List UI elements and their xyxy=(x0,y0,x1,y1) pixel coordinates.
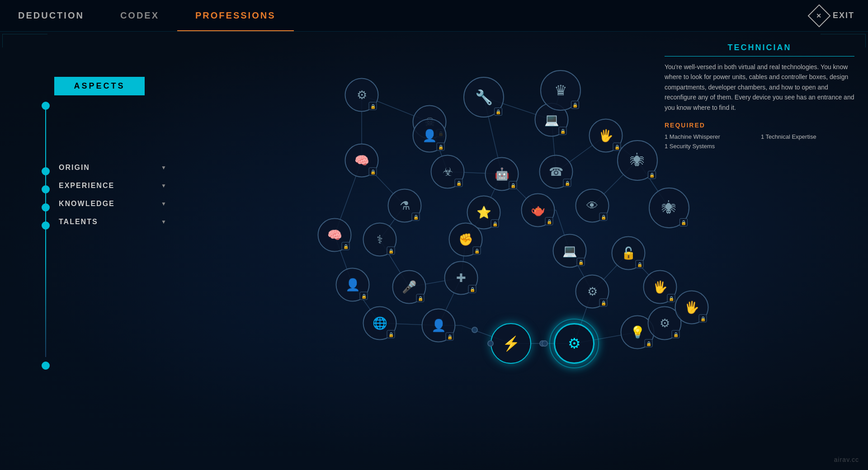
sidebar-item-origin[interactable]: ORIGIN ▼ xyxy=(59,164,167,172)
sidebar-item-knowledge[interactable]: KNOWLEDGE ▼ xyxy=(59,200,167,208)
skill-icon: 👁 xyxy=(586,199,598,213)
sidebar: ASPECTS ORIGIN ▼ EXPERIENCE ▼ KNOWLEDGE … xyxy=(0,32,181,470)
skill-node-n30[interactable]: ⚡ xyxy=(491,323,531,364)
top-navigation: DEDUCTION CODEX PROFESSIONS EXIT xyxy=(0,0,868,32)
skill-node-n21[interactable]: 💻 🔒 xyxy=(553,234,587,268)
skill-icon: 🕷 xyxy=(630,152,645,169)
lock-icon: 🔒 xyxy=(494,108,502,116)
chevron-down-icon: ▼ xyxy=(161,164,167,171)
skill-icon: 👤 xyxy=(431,319,446,333)
skill-node-n1[interactable]: ⚙ 🔒 xyxy=(345,78,379,112)
node-circle: 🧠 🔒 xyxy=(345,144,379,178)
skill-node-n16[interactable]: 👁 🔒 xyxy=(576,189,609,223)
nav-professions[interactable]: PROFESSIONS xyxy=(177,0,293,31)
skill-icon: 🧠 xyxy=(354,154,369,168)
chevron-down-icon: ▼ xyxy=(161,219,167,225)
skill-node-n29[interactable]: 👤 🔒 xyxy=(422,309,456,343)
skill-icon: 🕷 xyxy=(662,200,676,216)
node-circle: 🫖 🔒 xyxy=(521,193,555,227)
node-circle: 🔧 🔒 xyxy=(463,77,504,118)
sidebar-dot-3 xyxy=(42,203,50,212)
skill-node-n34[interactable]: 🖐 🔒 xyxy=(675,291,709,324)
lock-icon: 🔒 xyxy=(509,181,517,189)
skill-node-n18[interactable]: 🧠 🔒 xyxy=(318,218,352,252)
skill-node-n28[interactable]: 🌐 🔒 xyxy=(363,306,397,340)
lock-icon: 🔒 xyxy=(636,260,644,268)
skill-icon: ☎ xyxy=(549,165,563,179)
skill-node-n20[interactable]: ✊ 🔒 xyxy=(449,223,483,257)
node-circle: 🖐 🔒 xyxy=(675,291,709,324)
lock-icon: 🔒 xyxy=(599,213,608,221)
skill-icon: ⚙ xyxy=(357,88,367,102)
node-circle: ⚡ xyxy=(491,323,531,364)
exit-button[interactable]: EXIT xyxy=(811,8,854,24)
sidebar-dot-4 xyxy=(42,221,50,230)
skill-node-n27[interactable]: 🖐 🔒 xyxy=(643,270,677,304)
skill-node-n19[interactable]: ⚕ 🔒 xyxy=(363,223,397,257)
connection-dot-2 xyxy=(487,340,494,347)
lock-icon: 🔒 xyxy=(559,127,567,135)
required-label: REQUIRED xyxy=(665,122,854,129)
connection-dot-3 xyxy=(472,327,478,333)
sidebar-progress-line xyxy=(45,104,46,357)
sidebar-item-experience[interactable]: EXPERIENCE ▼ xyxy=(59,182,167,190)
lock-icon: 🔒 xyxy=(473,247,481,255)
node-circle: 🖐 🔒 xyxy=(643,270,677,304)
lock-icon: 🔒 xyxy=(679,218,688,226)
skill-node-n10[interactable]: 🤖 🔒 xyxy=(485,157,519,191)
node-circle: 👤 🔒 xyxy=(413,119,447,153)
skill-icon: 🖐 xyxy=(599,129,613,143)
node-circle: ⚙ xyxy=(554,323,594,364)
nav-deduction[interactable]: DEDUCTION xyxy=(0,0,102,31)
skill-node-n31[interactable]: ⚙ xyxy=(554,323,594,364)
sidebar-dot-5 xyxy=(42,362,50,370)
lock-icon: 🔒 xyxy=(571,101,579,109)
skill-node-n12[interactable]: 🕷 🔒 xyxy=(617,140,658,181)
node-circle: 🕷 🔒 xyxy=(617,140,658,181)
sidebar-dot-2 xyxy=(42,185,50,193)
node-circle: ☣ 🔒 xyxy=(431,155,465,189)
node-circle: 🎤 🔒 xyxy=(392,270,426,304)
skill-node-n15[interactable]: 🫖 🔒 xyxy=(521,193,555,227)
skill-icon: 👤 xyxy=(422,129,437,143)
skill-node-n9[interactable]: ☣ 🔒 xyxy=(431,155,465,189)
profession-description: You're well-versed in both virtual and r… xyxy=(665,62,854,113)
skill-icon: 💡 xyxy=(630,325,645,339)
lock-icon: 🔒 xyxy=(648,171,656,179)
lock-icon: 🔒 xyxy=(491,220,499,228)
sidebar-item-talents[interactable]: TALENTS ▼ xyxy=(59,218,167,226)
requirement-4 xyxy=(761,143,854,150)
skill-node-n23[interactable]: ✚ 🔒 xyxy=(444,261,478,295)
lock-icon: 🔒 xyxy=(667,294,675,302)
skill-icon: 🧠 xyxy=(327,228,342,242)
lock-icon: 🔒 xyxy=(437,143,445,151)
nav-codex[interactable]: CODEX xyxy=(102,0,177,31)
skill-node-n17[interactable]: 🕷 🔒 xyxy=(649,188,689,228)
lock-icon: 🔒 xyxy=(412,213,420,221)
skill-node-n5[interactable]: 🔧 🔒 xyxy=(463,77,504,118)
skill-node-n13[interactable]: ⚗ 🔒 xyxy=(388,189,422,223)
lock-icon: 🔒 xyxy=(599,299,608,307)
skill-node-n11[interactable]: ☎ 🔒 xyxy=(539,155,573,189)
skill-node-n26[interactable]: ⚙ 🔒 xyxy=(576,275,609,309)
node-circle: 🧠 🔒 xyxy=(318,218,352,252)
skill-node-n8[interactable]: ♛ 🔒 xyxy=(540,70,581,111)
skill-node-n25[interactable]: 🎤 🔒 xyxy=(392,270,426,304)
skill-icon: 🎤 xyxy=(402,280,417,294)
skill-icon: ⭐ xyxy=(476,206,491,220)
chevron-down-icon: ▼ xyxy=(161,201,167,207)
info-panel: TECHNICIAN You're well-versed in both vi… xyxy=(665,43,854,150)
skill-icon: ✊ xyxy=(458,233,473,247)
skill-icon: ⚕ xyxy=(377,233,383,247)
skill-icon: 👤 xyxy=(345,278,360,292)
skill-node-n4[interactable]: 👤 🔒 xyxy=(413,119,447,153)
skill-node-n22[interactable]: 🔓 🔒 xyxy=(612,236,646,270)
skill-node-n24[interactable]: 👤 🔒 xyxy=(336,268,370,302)
skill-icon: 💻 xyxy=(562,244,577,258)
skill-node-n3[interactable]: 🧠 🔒 xyxy=(345,144,379,178)
node-circle: ✚ 🔒 xyxy=(444,261,478,295)
skill-icon: 🤖 xyxy=(495,167,509,181)
node-circle: 🤖 🔒 xyxy=(485,157,519,191)
lock-icon: 🔒 xyxy=(387,247,395,255)
requirement-1: 1 Machine Whisperer xyxy=(665,133,758,140)
